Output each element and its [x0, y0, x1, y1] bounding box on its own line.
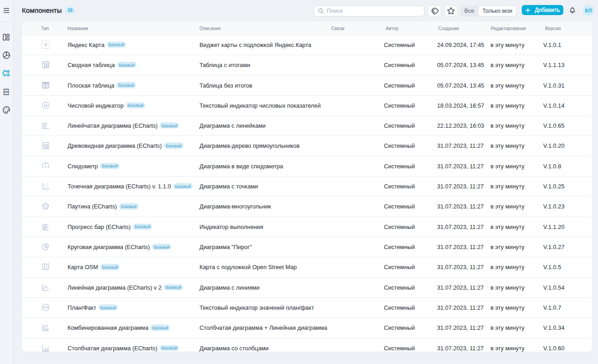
svg-text:16: 16 — [43, 104, 47, 108]
svg-text:SVG: SVG — [3, 90, 10, 93]
svg-text:75%: 75% — [42, 306, 48, 309]
